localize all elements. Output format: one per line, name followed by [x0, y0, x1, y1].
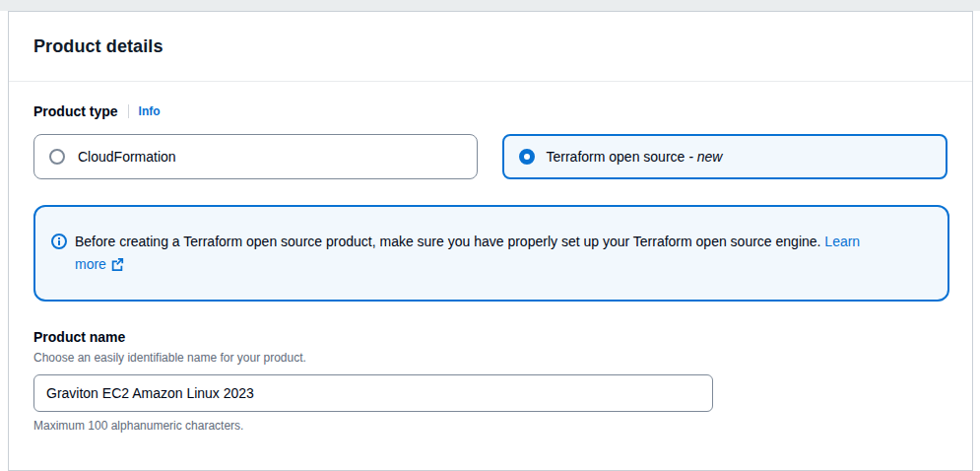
product-details-container: Product details Product type Info CloudF… [8, 11, 973, 471]
product-type-label-row: Product type Info [33, 103, 947, 119]
product-name-field: Product name Choose an easily identifiab… [33, 329, 947, 433]
label-divider [128, 104, 129, 118]
radio-selected-icon[interactable] [519, 149, 535, 165]
product-name-constraint: Maximum 100 alphanumeric characters. [33, 419, 947, 433]
radio-unselected-icon[interactable] [49, 149, 65, 165]
page-title: Product details [33, 36, 947, 57]
container-body: Product type Info CloudFormation Terrafo… [9, 82, 972, 454]
terraform-info-alert: Before creating a Terraform open source … [33, 205, 949, 302]
page-top-strip [0, 0, 980, 11]
container-header: Product details [9, 12, 972, 82]
product-name-label: Product name [33, 329, 947, 345]
tile-label: Terraform open source - new [547, 149, 723, 165]
external-link-icon [110, 257, 124, 271]
info-link[interactable]: Info [139, 104, 161, 118]
product-type-tiles: CloudFormation Terraform open source - n… [33, 134, 947, 179]
product-name-input[interactable] [33, 374, 713, 412]
info-icon [51, 234, 67, 249]
alert-text: Before creating a Terraform open source … [75, 231, 873, 276]
product-name-description: Choose an easily identifiable name for y… [33, 351, 947, 365]
tile-label: CloudFormation [78, 149, 176, 165]
tile-terraform-open-source[interactable]: Terraform open source - new [502, 134, 948, 179]
tile-cloudformation[interactable]: CloudFormation [33, 134, 478, 179]
product-type-label: Product type [33, 103, 118, 119]
